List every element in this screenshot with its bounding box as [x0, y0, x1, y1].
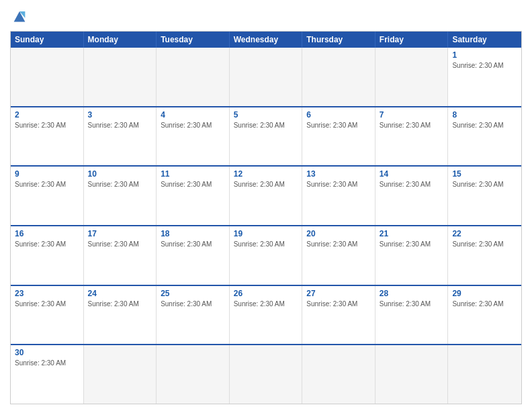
- day-info: Sunrise: 2:30 AM: [88, 240, 152, 248]
- calendar-cell: 26Sunrise: 2:30 AM: [230, 286, 303, 345]
- calendar-row: 9Sunrise: 2:30 AM10Sunrise: 2:30 AM11Sun…: [11, 165, 521, 225]
- day-info: Sunrise: 2:30 AM: [15, 359, 79, 367]
- calendar-cell: [302, 345, 375, 404]
- weekday-header: Thursday: [302, 32, 375, 48]
- day-number: 11: [161, 169, 225, 179]
- day-number: 20: [306, 229, 371, 238]
- calendar-row: 23Sunrise: 2:30 AM24Sunrise: 2:30 AM25Su…: [11, 285, 521, 345]
- day-number: 7: [380, 110, 444, 120]
- day-number: 13: [306, 169, 371, 179]
- calendar-cell: 25Sunrise: 2:30 AM: [157, 286, 230, 345]
- calendar-cell: 14Sunrise: 2:30 AM: [375, 167, 449, 225]
- page: SundayMondayTuesdayWednesdayThursdayFrid…: [0, 0, 532, 411]
- calendar-cell: 15Sunrise: 2:30 AM: [448, 167, 521, 225]
- header: [10, 7, 522, 26]
- weekday-header: Monday: [84, 32, 157, 48]
- day-number: 21: [380, 229, 444, 238]
- weekday-header: Saturday: [448, 32, 521, 48]
- day-info: Sunrise: 2:30 AM: [452, 180, 517, 189]
- logo: [10, 7, 32, 26]
- calendar-header: SundayMondayTuesdayWednesdayThursdayFrid…: [11, 32, 521, 48]
- day-info: Sunrise: 2:30 AM: [306, 300, 371, 308]
- day-number: 12: [234, 169, 298, 179]
- day-info: Sunrise: 2:30 AM: [15, 240, 79, 248]
- day-info: Sunrise: 2:30 AM: [88, 180, 152, 189]
- day-info: Sunrise: 2:30 AM: [161, 240, 225, 248]
- calendar-cell: 27Sunrise: 2:30 AM: [302, 286, 375, 345]
- calendar-cell: [11, 48, 84, 106]
- day-info: Sunrise: 2:30 AM: [88, 300, 152, 308]
- calendar-cell: [84, 48, 157, 106]
- day-info: Sunrise: 2:30 AM: [15, 121, 79, 130]
- day-info: Sunrise: 2:30 AM: [161, 180, 225, 189]
- calendar-row: 16Sunrise: 2:30 AM17Sunrise: 2:30 AM18Su…: [11, 225, 521, 285]
- calendar-cell: [157, 345, 230, 404]
- calendar-cell: 18Sunrise: 2:30 AM: [157, 226, 230, 285]
- day-number: 5: [234, 110, 298, 120]
- day-info: Sunrise: 2:30 AM: [452, 61, 517, 70]
- calendar-cell: 30Sunrise: 2:30 AM: [11, 345, 84, 404]
- calendar-cell: 21Sunrise: 2:30 AM: [375, 226, 449, 285]
- calendar-cell: 20Sunrise: 2:30 AM: [302, 226, 375, 285]
- day-number: 26: [234, 289, 298, 298]
- weekday-header: Friday: [375, 32, 449, 48]
- calendar-cell: [375, 345, 449, 404]
- day-info: Sunrise: 2:30 AM: [161, 300, 225, 308]
- calendar-cell: 2Sunrise: 2:30 AM: [11, 107, 84, 166]
- day-info: Sunrise: 2:30 AM: [161, 121, 225, 130]
- calendar-cell: [157, 48, 230, 106]
- day-number: 15: [452, 169, 517, 179]
- day-info: Sunrise: 2:30 AM: [15, 180, 79, 189]
- calendar-cell: [230, 345, 303, 404]
- calendar-cell: 1Sunrise: 2:30 AM: [448, 48, 521, 106]
- calendar-cell: 24Sunrise: 2:30 AM: [84, 286, 157, 345]
- calendar-cell: 10Sunrise: 2:30 AM: [84, 167, 157, 225]
- calendar-cell: 28Sunrise: 2:30 AM: [375, 286, 449, 345]
- day-info: Sunrise: 2:30 AM: [380, 180, 444, 189]
- day-info: Sunrise: 2:30 AM: [234, 240, 298, 248]
- calendar-cell: 7Sunrise: 2:30 AM: [375, 107, 449, 166]
- day-info: Sunrise: 2:30 AM: [452, 121, 517, 130]
- day-info: Sunrise: 2:30 AM: [452, 240, 517, 248]
- calendar-cell: 9Sunrise: 2:30 AM: [11, 167, 84, 225]
- day-info: Sunrise: 2:30 AM: [88, 121, 152, 130]
- day-number: 30: [15, 348, 79, 357]
- day-number: 16: [15, 229, 79, 238]
- calendar-cell: [448, 345, 521, 404]
- calendar-cell: 23Sunrise: 2:30 AM: [11, 286, 84, 345]
- logo-icon: [10, 7, 29, 26]
- calendar-row: 30Sunrise: 2:30 AM: [11, 344, 521, 404]
- calendar-cell: 29Sunrise: 2:30 AM: [448, 286, 521, 345]
- day-number: 24: [88, 289, 152, 298]
- day-number: 23: [15, 289, 79, 298]
- calendar-cell: 5Sunrise: 2:30 AM: [230, 107, 303, 166]
- calendar-cell: 8Sunrise: 2:30 AM: [448, 107, 521, 166]
- calendar-cell: 11Sunrise: 2:30 AM: [157, 167, 230, 225]
- calendar-cell: 4Sunrise: 2:30 AM: [157, 107, 230, 166]
- day-info: Sunrise: 2:30 AM: [234, 180, 298, 189]
- day-info: Sunrise: 2:30 AM: [234, 121, 298, 130]
- day-info: Sunrise: 2:30 AM: [380, 300, 444, 308]
- day-info: Sunrise: 2:30 AM: [380, 240, 444, 248]
- calendar-cell: 17Sunrise: 2:30 AM: [84, 226, 157, 285]
- calendar-cell: 22Sunrise: 2:30 AM: [448, 226, 521, 285]
- day-number: 9: [15, 169, 79, 179]
- day-number: 19: [234, 229, 298, 238]
- weekday-header: Wednesday: [230, 32, 303, 48]
- day-info: Sunrise: 2:30 AM: [452, 300, 517, 308]
- day-number: 29: [452, 289, 517, 298]
- calendar-cell: 16Sunrise: 2:30 AM: [11, 226, 84, 285]
- day-number: 8: [452, 110, 517, 120]
- weekday-header: Tuesday: [157, 32, 230, 48]
- day-number: 10: [88, 169, 152, 179]
- day-info: Sunrise: 2:30 AM: [234, 300, 298, 308]
- day-number: 18: [161, 229, 225, 238]
- calendar-cell: 13Sunrise: 2:30 AM: [302, 167, 375, 225]
- calendar-cell: 12Sunrise: 2:30 AM: [230, 167, 303, 225]
- calendar-cell: [375, 48, 449, 106]
- day-number: 28: [380, 289, 444, 298]
- day-number: 3: [88, 110, 152, 120]
- day-info: Sunrise: 2:30 AM: [380, 121, 444, 130]
- calendar-cell: [302, 48, 375, 106]
- calendar: SundayMondayTuesdayWednesdayThursdayFrid…: [10, 31, 522, 404]
